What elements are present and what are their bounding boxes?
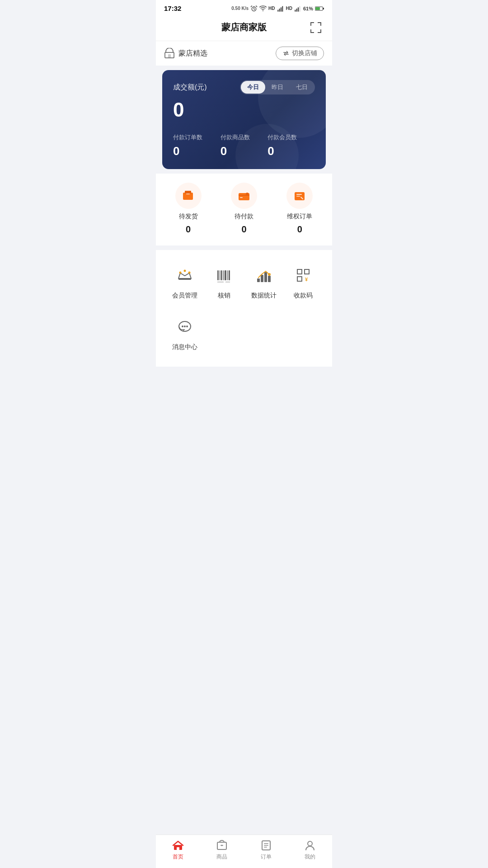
profile-nav-icon (304, 840, 316, 851)
stats-header: 成交额(元) 今日 昨日 七日 (173, 80, 315, 94)
crown-icon (176, 267, 193, 284)
product-nav-icon (216, 840, 228, 851)
quick-action-pending-ship[interactable]: 待发货 0 (166, 183, 211, 235)
order-nav-label: 订单 (261, 853, 272, 861)
menu-item-paycode[interactable]: ¥ 收款码 (284, 259, 324, 306)
tab-seven-days[interactable]: 七日 (290, 81, 314, 94)
tab-yesterday[interactable]: 昨日 (265, 81, 290, 94)
svg-rect-61 (297, 281, 302, 282)
svg-rect-9 (299, 6, 300, 11)
svg-rect-25 (186, 193, 190, 194)
switch-label: 切换店铺 (292, 49, 317, 57)
pending-pay-label: 待付款 (235, 212, 253, 221)
home-nav-icon (172, 840, 184, 851)
svg-point-65 (184, 326, 186, 327)
svg-rect-46 (261, 275, 263, 282)
svg-rect-72 (264, 843, 268, 844)
svg-rect-27 (240, 197, 243, 198)
nav-product[interactable]: 商品 (206, 840, 238, 861)
member-label: 会员管理 (172, 292, 197, 300)
menu-row-2: 消息中心 (165, 311, 323, 358)
header: 蒙店商家版 (156, 15, 332, 41)
battery-icon (315, 6, 324, 11)
stats-orders-label: 付款订单数 (173, 133, 221, 142)
verify-icon (212, 264, 236, 287)
pending-pay-icon-wrap (231, 183, 257, 209)
svg-rect-68 (177, 847, 179, 850)
svg-rect-18 (310, 29, 311, 33)
stats-card: 成交额(元) 今日 昨日 七日 0 付款订单数 0 付款商品数 0 付款会员数 … (162, 70, 326, 169)
paycode-icon: ¥ (291, 264, 315, 287)
stats-products: 付款商品数 0 (221, 133, 268, 158)
svg-rect-39 (223, 270, 224, 280)
shop-name-area: 蒙店精选 (164, 48, 207, 59)
svg-rect-41 (227, 270, 228, 280)
menu-grid: 会员管理 核销 (156, 250, 332, 367)
dispute-icon-wrap (286, 183, 313, 209)
svg-rect-16 (320, 22, 321, 26)
qrpay-icon: ¥ (295, 267, 312, 284)
order-nav-icon (260, 840, 272, 851)
svg-point-64 (182, 326, 183, 327)
svg-rect-20 (320, 29, 321, 33)
svg-rect-2 (277, 9, 278, 11)
scan-button[interactable] (309, 20, 323, 35)
svg-rect-4 (281, 7, 282, 11)
pending-pay-icon (237, 189, 251, 203)
dispute-icon (293, 189, 306, 203)
nav-home[interactable]: 首页 (162, 840, 194, 861)
status-time: 17:32 (164, 5, 181, 12)
message-icon (173, 315, 197, 339)
quick-action-dispute[interactable]: 维权订单 0 (277, 183, 322, 235)
svg-rect-53 (297, 274, 302, 274)
paycode-label: 收款码 (294, 292, 313, 300)
stats-icon (252, 264, 276, 287)
nav-profile[interactable]: 我的 (294, 840, 326, 861)
svg-rect-44 (225, 282, 230, 283)
stats-orders: 付款订单数 0 (173, 133, 221, 158)
svg-rect-5 (282, 6, 283, 11)
svg-rect-14 (310, 22, 311, 26)
stats-products-label: 付款商品数 (221, 133, 268, 142)
svg-point-34 (188, 272, 190, 274)
stats-label: 数据统计 (251, 292, 277, 300)
dispute-count: 0 (297, 224, 302, 235)
signal-icon (277, 5, 284, 12)
date-tabs: 今日 昨日 七日 (240, 80, 315, 94)
quick-actions: 待发货 0 待付款 0 维权订单 0 (156, 174, 332, 245)
svg-point-33 (183, 270, 186, 272)
svg-rect-48 (268, 276, 271, 282)
tab-today[interactable]: 今日 (241, 81, 265, 94)
quick-action-pending-pay[interactable]: 待付款 0 (221, 183, 267, 235)
pending-ship-icon (182, 189, 195, 203)
svg-rect-35 (178, 278, 191, 280)
status-icons: 0.50 K/s HD HD 61% (231, 5, 324, 12)
menu-item-stats[interactable]: 数据统计 (244, 259, 284, 306)
svg-rect-11 (323, 8, 324, 9)
network-speed: 0.50 K/s (231, 6, 249, 11)
menu-item-verify[interactable]: 核销 (205, 259, 244, 306)
product-nav-label: 商品 (216, 853, 227, 861)
svg-rect-8 (298, 7, 299, 11)
menu-item-member[interactable]: 会员管理 (165, 259, 205, 306)
stats-label: 成交额(元) (173, 83, 207, 92)
bottom-nav: 首页 商品 订单 (156, 835, 332, 868)
svg-rect-43 (217, 282, 224, 283)
chat-icon (176, 318, 193, 335)
stats-amount: 0 (173, 100, 315, 120)
member-icon (173, 264, 197, 287)
nav-order[interactable]: 订单 (250, 840, 282, 861)
switch-icon (282, 50, 290, 57)
menu-item-message[interactable]: 消息中心 (165, 311, 205, 358)
signal2-icon (294, 5, 301, 12)
stats-bottom: 付款订单数 0 付款商品数 0 付款会员数 0 (173, 133, 315, 158)
alarm-icon (250, 5, 258, 12)
svg-rect-40 (225, 270, 226, 280)
stats-members: 付款会员数 0 (267, 133, 315, 158)
svg-rect-42 (229, 270, 230, 280)
message-label: 消息中心 (172, 343, 197, 351)
pending-ship-label: 待发货 (179, 212, 198, 221)
svg-rect-6 (295, 9, 296, 11)
shop-name: 蒙店精选 (178, 49, 207, 58)
switch-store-button[interactable]: 切换店铺 (276, 47, 324, 60)
